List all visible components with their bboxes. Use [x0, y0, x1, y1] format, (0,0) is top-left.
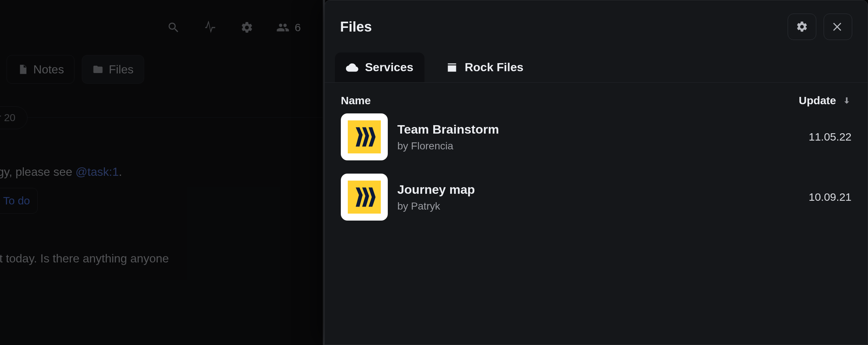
files-close-button[interactable] [824, 14, 852, 40]
activity-icon[interactable] [203, 20, 218, 35]
search-icon[interactable] [166, 20, 181, 35]
people-icon [276, 21, 289, 34]
message-1-text-right: . [119, 165, 122, 178]
message-1-text-left: cial media strategy, please see [0, 165, 76, 178]
date-divider-line [22, 117, 323, 118]
cloud-icon [346, 61, 358, 74]
file-thumbnail [341, 174, 388, 221]
files-panel-actions [788, 14, 852, 40]
notes-icon [17, 64, 28, 75]
file-name: Journey map [397, 182, 783, 197]
col-update-label: Update [799, 94, 836, 107]
file-list: Team Brainstorm by Florencia 11.05.22 Jo… [325, 110, 868, 224]
file-date: 10.09.21 [793, 191, 851, 203]
file-author: by Patryk [397, 200, 783, 212]
files-panel-title: Files [340, 19, 372, 35]
file-thumbnail [341, 113, 388, 160]
left-content-clipped: 6 Tasks 2 Notes Files Monday [0, 0, 323, 345]
tab-rock-files-label: Rock Files [465, 61, 524, 74]
tab-notes-label: Notes [33, 63, 64, 76]
tab-notes[interactable]: Notes [7, 55, 75, 84]
gear-icon [796, 21, 808, 33]
miro-icon [348, 181, 381, 214]
date-divider: Monday, Apr 20 [0, 106, 28, 129]
file-date: 11.05.22 [793, 131, 851, 143]
miro-icon [348, 120, 381, 153]
col-update[interactable]: Update [799, 94, 851, 107]
tab-files[interactable]: Files [82, 55, 144, 84]
folder-icon [92, 64, 103, 75]
sort-desc-icon [842, 96, 851, 105]
files-settings-button[interactable] [788, 14, 816, 40]
col-name[interactable]: Name [341, 94, 371, 107]
close-icon [832, 21, 844, 33]
file-author: by Florencia [397, 140, 783, 152]
tab-rock-files[interactable]: Rock Files [435, 52, 535, 82]
file-row[interactable]: Team Brainstorm by Florencia 11.05.22 [341, 113, 851, 160]
task-mention[interactable]: @task:1 [76, 165, 119, 178]
message-2: ript with the client today. Is there any… [0, 250, 169, 286]
message-1: cial media strategy, please see @task:1. [0, 165, 122, 179]
task-chip[interactable]: rategy To do [0, 188, 38, 214]
archive-icon [446, 61, 458, 74]
message-2-line1: ript with the client today. Is there any… [0, 250, 169, 268]
files-panel-header: Files [325, 0, 868, 43]
message-2-line2: r with the client? [0, 268, 169, 286]
main-tabs: Tasks 2 Notes Files [0, 55, 144, 84]
gear-icon[interactable] [240, 20, 254, 35]
file-row[interactable]: Journey map by Patryk 10.09.21 [341, 174, 851, 221]
file-columns-header: Name Update [325, 83, 868, 110]
files-panel-tabs: Services Rock Files [325, 43, 868, 83]
task-status: To do [3, 195, 30, 207]
people-count[interactable]: 6 [276, 21, 301, 34]
files-panel: Files Services Rock Files Name Update [324, 0, 868, 345]
tab-services[interactable]: Services [335, 52, 424, 82]
people-count-value: 6 [295, 21, 301, 34]
tab-files-label: Files [109, 63, 134, 76]
top-toolbar: 6 [0, 0, 323, 55]
file-name: Team Brainstorm [397, 122, 783, 137]
tab-services-label: Services [365, 61, 413, 74]
